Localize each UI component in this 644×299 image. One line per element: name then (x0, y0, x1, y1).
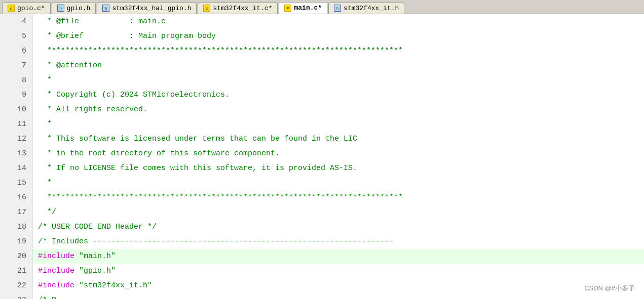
line-number-14: 14 (0, 161, 33, 176)
tab-label-gpio-h: gpio.h (67, 5, 91, 12)
code-line-12: 12 * This software is licensed under ter… (0, 132, 644, 146)
line-number-6: 6 (0, 44, 33, 58)
line-content-5: * @brief : Main program body (33, 29, 216, 44)
tab-label-stm32f4xx-hal-gpio-h: stm32f4xx_hal_gpio.h (112, 5, 191, 12)
tab-gpio-c[interactable]: cgpio.c* (2, 3, 51, 14)
line-number-21: 21 (0, 264, 33, 278)
line-number-4: 4 (0, 14, 33, 29)
tab-icon-stm32f4xx-hal-gpio-h: h (102, 5, 109, 12)
code-line-17: 17 */ (0, 205, 644, 220)
code-line-7: 7 * @attention (0, 58, 644, 73)
code-line-16: 16 *************************************… (0, 190, 644, 205)
line-content-18: /* USER CODE END Header */ (33, 220, 157, 234)
code-line-8: 8 * (0, 73, 644, 88)
line-content-4: * @file : main.c (33, 14, 166, 29)
line-number-20: 20 (0, 249, 33, 264)
tab-bar: cgpio.c*hgpio.hhstm32f4xx_hal_gpio.hcstm… (0, 0, 644, 14)
tab-icon-gpio-h: h (57, 5, 64, 12)
code-line-11: 11 * (0, 117, 644, 132)
line-number-23: 23 (0, 293, 33, 299)
line-content-16: ****************************************… (33, 190, 403, 205)
line-number-15: 15 (0, 176, 33, 190)
tab-stm32f4xx-hal-gpio-h[interactable]: hstm32f4xx_hal_gpio.h (97, 3, 197, 14)
line-number-7: 7 (0, 58, 33, 73)
code-line-18: 18/* USER CODE END Header */ (0, 220, 644, 234)
line-content-12: * This software is licensed under terms … (33, 132, 357, 146)
line-number-8: 8 (0, 73, 33, 88)
tab-label-gpio-c: gpio.c* (17, 5, 45, 12)
code-line-20: 20#include "main.h" (0, 249, 644, 264)
tab-label-stm32f4xx-it-h: stm32f4xx_it.h (344, 5, 399, 12)
code-line-21: 21#include "gpio.h" (0, 264, 644, 278)
line-number-11: 11 (0, 117, 33, 132)
line-number-22: 22 (0, 278, 33, 293)
line-number-18: 18 (0, 220, 33, 234)
tab-label-stm32f4xx-it-c: stm32f4xx_it.c* (213, 5, 272, 12)
line-number-10: 10 (0, 102, 33, 117)
line-content-15: * (33, 176, 52, 190)
line-content-7: * @attention (33, 58, 102, 73)
code-line-9: 9 * Copyright (c) 2024 STMicroelectronic… (0, 88, 644, 102)
code-line-14: 14 * If no LICENSE file comes with this … (0, 161, 644, 176)
line-number-17: 17 (0, 205, 33, 220)
watermark: CSDN @#小多子 (584, 284, 635, 293)
code-line-23: 23/* P (0, 293, 644, 299)
tab-icon-main-c: c (284, 5, 291, 12)
code-line-10: 10 * All rights reserved. (0, 102, 644, 117)
line-number-9: 9 (0, 88, 33, 102)
code-line-5: 5 * @brief : Main program body (0, 29, 644, 44)
line-content-10: * All rights reserved. (33, 102, 147, 117)
line-content-6: ****************************************… (33, 44, 403, 58)
line-content-11: * (33, 117, 52, 132)
code-line-15: 15 * (0, 176, 644, 190)
tab-icon-gpio-c: c (8, 5, 15, 12)
tab-icon-stm32f4xx-it-h: h (334, 5, 341, 12)
line-content-19: /* Includes ----------------------------… (33, 234, 394, 249)
line-number-13: 13 (0, 146, 33, 161)
tab-stm32f4xx-it-h[interactable]: hstm32f4xx_it.h (328, 3, 404, 14)
line-number-16: 16 (0, 190, 33, 205)
line-number-5: 5 (0, 29, 33, 44)
tab-icon-stm32f4xx-it-c: c (203, 5, 210, 12)
line-content-9: * Copyright (c) 2024 STMicroelectronics. (33, 88, 230, 102)
line-content-14: * If no LICENSE file comes with this sof… (33, 161, 357, 176)
line-content-13: * in the root directory of this software… (33, 146, 280, 161)
line-content-22: #include "stm32f4xx_it.h" (33, 278, 152, 293)
tab-stm32f4xx-it-c[interactable]: cstm32f4xx_it.c* (198, 3, 278, 14)
line-number-19: 19 (0, 234, 33, 249)
code-line-6: 6 **************************************… (0, 44, 644, 58)
tab-label-main-c: main.c* (294, 4, 322, 12)
code-line-19: 19/* Includes --------------------------… (0, 234, 644, 249)
code-line-4: 4 * @file : main.c (0, 14, 644, 29)
code-area: 4 * @file : main.c5 * @brief : Main prog… (0, 14, 644, 299)
line-content-23: /* P (33, 293, 56, 299)
tab-gpio-h[interactable]: hgpio.h (52, 3, 96, 14)
line-number-12: 12 (0, 132, 33, 146)
code-line-13: 13 * in the root directory of this softw… (0, 146, 644, 161)
line-content-17: */ (33, 205, 56, 220)
code-line-22: 22#include "stm32f4xx_it.h" (0, 278, 644, 293)
line-content-21: #include "gpio.h" (33, 264, 116, 278)
line-content-20: #include "main.h" (33, 249, 116, 264)
line-content-8: * (33, 73, 52, 88)
tab-main-c[interactable]: cmain.c* (279, 2, 327, 14)
